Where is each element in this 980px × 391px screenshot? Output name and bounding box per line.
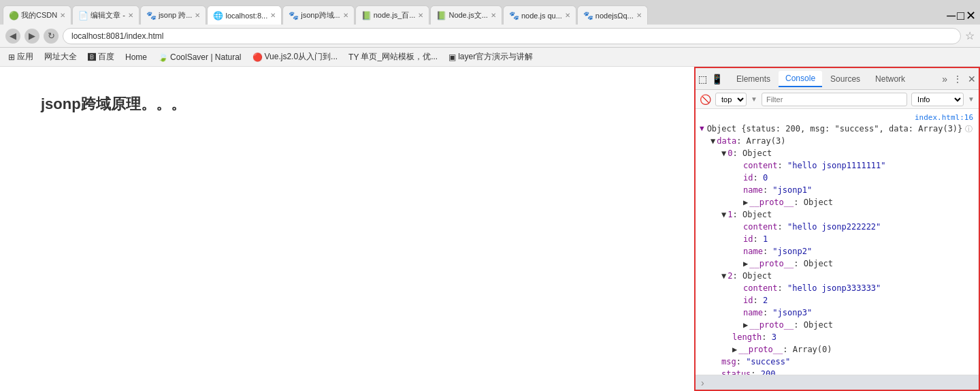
tab-csdn-favicon: 🟢	[9, 11, 18, 20]
tree-0-proto-toggle[interactable]: ▶	[743, 196, 748, 208]
log-level-select[interactable]: Info Verbose Warnings Errors	[911, 93, 964, 106]
tree-1-proto-toggle[interactable]: ▶	[743, 257, 748, 270]
tab-nodejs1-close[interactable]: ✕	[418, 12, 423, 19]
tree-2-toggle[interactable]: ▼	[721, 270, 726, 282]
tab-edit[interactable]: 📄 编辑文章 - ✕	[72, 5, 140, 25]
tree-2-row: ▼ 2 : Object	[700, 270, 975, 282]
tab-csdn[interactable]: 🟢 我的CSDN ✕	[3, 5, 71, 25]
tab-localhost-label: localhost:8...	[225, 12, 267, 20]
bookmark-coolsaver[interactable]: 🍃 CoolSaver | Natural	[155, 51, 244, 63]
inspect-icon[interactable]: ⬚	[698, 74, 707, 84]
tab-jsonp2[interactable]: 🐾 jsonp跨域... ✕	[282, 5, 354, 25]
tree-1-proto-row: ▶ __proto__ : Object	[700, 257, 975, 270]
tree-0-toggle[interactable]: ▼	[721, 147, 726, 159]
object-expand-toggle[interactable]: ▼	[700, 124, 704, 133]
tab-jsonp1-close[interactable]: ✕	[195, 12, 200, 19]
console-output[interactable]: index.html:16 ▼ Object {status: 200, msg…	[696, 109, 979, 375]
tab-edit-close[interactable]: ✕	[128, 12, 133, 19]
object-summary-line: ▼ Object {status: 200, msg: "success", d…	[696, 123, 979, 135]
bookmarks-bar: ⊞ 应用 网址大全 🅱 百度 Home 🍃 CoolSaver | Natura…	[0, 48, 980, 67]
devtools-more-icon[interactable]: »	[942, 74, 947, 84]
bookmark-template[interactable]: TY 单页_网站模板，优...	[346, 50, 440, 64]
devtools-tab-console[interactable]: Console	[779, 71, 822, 87]
bookmark-layer-label: layer官方演示与讲解	[458, 51, 533, 63]
console-toolbar: 🚫 top ▼ Info Verbose Warnings Errors ▼	[696, 90, 979, 109]
bookmark-webdaquan-label: 网址大全	[44, 51, 77, 63]
tree-data-toggle[interactable]: ▼	[710, 135, 715, 147]
devtools-tab-network[interactable]: Network	[868, 72, 912, 87]
tree-0-proto-row: ▶ __proto__ : Object	[700, 196, 975, 208]
bookmark-star[interactable]: ☆	[965, 29, 975, 42]
tab-csdn-label: 我的CSDN	[21, 10, 57, 20]
bookmark-baidu[interactable]: 🅱 百度	[85, 50, 117, 64]
tree-2-proto-toggle[interactable]: ▶	[743, 319, 748, 331]
devtools-settings-icon[interactable]: ⋮	[953, 74, 962, 84]
bookmark-apps-label: 应用	[17, 51, 33, 63]
address-input[interactable]	[63, 28, 961, 44]
tree-1-name-row: name : "jsonp2"	[700, 245, 975, 257]
context-select[interactable]: top	[715, 93, 747, 106]
devtools-tab-elements[interactable]: Elements	[730, 72, 777, 87]
tree-data-proto-toggle[interactable]: ▶	[732, 343, 737, 356]
tab-csdn-close[interactable]: ✕	[60, 12, 65, 19]
tree-1-row: ▼ 1 : Object	[700, 208, 975, 221]
devtools-close-icon[interactable]: ✕	[968, 74, 976, 84]
tab-jsonp1-favicon: 🐾	[146, 11, 156, 20]
context-chevron-icon[interactable]: ▼	[751, 95, 757, 103]
tab-nodejs2-close[interactable]: ✕	[491, 12, 496, 19]
maximize-btn[interactable]: □	[957, 9, 964, 23]
minimize-btn[interactable]: ─	[947, 9, 956, 23]
log-level-chevron-icon[interactable]: ▼	[968, 95, 975, 103]
tab-localhost-close[interactable]: ✕	[270, 12, 276, 19]
bookmark-vue[interactable]: 🔴 Vue.js2.0从入门到...	[250, 50, 341, 64]
tab-nodejs3[interactable]: 🐾 node.js qu... ✕	[503, 5, 576, 25]
tab-nodejs2-favicon: 📗	[436, 11, 446, 20]
tab-nodejs1[interactable]: 📗 node.js_百... ✕	[355, 5, 430, 25]
close-btn[interactable]: ✕	[966, 8, 976, 23]
tab-nodejs4-close[interactable]: ✕	[636, 12, 642, 19]
tab-jsonp2-favicon: 🐾	[289, 11, 298, 20]
tree-2-content-row: content : "hello jsonp333333"	[700, 282, 975, 294]
filter-input[interactable]	[762, 93, 907, 106]
tab-nodejs4[interactable]: 🐾 nodejsΩq... ✕	[577, 5, 648, 25]
source-link[interactable]: index.html:16	[915, 113, 973, 122]
bookmark-layer[interactable]: ▣ layer官方演示与讲解	[446, 50, 536, 64]
forward-button[interactable]: ▶	[24, 29, 39, 44]
tab-nodejs3-label: node.js qu...	[521, 12, 562, 20]
tab-jsonp1[interactable]: 🐾 jsonp 跨... ✕	[140, 5, 207, 25]
browser-window: 🟢 我的CSDN ✕ 📄 编辑文章 - ✕ 🐾 jsonp 跨... ✕ 🌐 l…	[0, 0, 980, 391]
tree-0-id-row: id : 0	[700, 172, 975, 184]
reload-button[interactable]: ↻	[44, 29, 59, 44]
tab-nodejs3-close[interactable]: ✕	[565, 12, 570, 19]
tab-jsonp2-close[interactable]: ✕	[343, 12, 348, 19]
address-bar: ◀ ▶ ↻ ☆	[0, 25, 980, 48]
tree-2-id-row: id : 2	[700, 294, 975, 307]
object-copy-icon[interactable]: ⓘ	[965, 124, 973, 134]
back-button[interactable]: ◀	[5, 29, 20, 44]
bookmark-webdaquan[interactable]: 网址大全	[42, 50, 80, 64]
source-link-line: index.html:16	[696, 112, 979, 123]
page-title: jsonp跨域原理。。。	[41, 94, 653, 114]
bookmark-home[interactable]: Home	[122, 51, 150, 63]
tree-data-row: ▼ data : Array(3)	[700, 135, 975, 147]
bookmark-template-icon: TY	[348, 52, 359, 62]
tree-2-name-row: name : "jsonp3"	[700, 307, 975, 319]
tab-jsonp2-label: jsonp跨域...	[301, 10, 340, 20]
tree-1-toggle[interactable]: ▼	[721, 208, 726, 221]
tab-jsonp1-label: jsonp 跨...	[159, 10, 193, 20]
tree-0-content-row: content : "hello jsonp1111111"	[700, 159, 975, 172]
bookmark-baidu-icon: 🅱	[88, 52, 96, 62]
clear-console-icon[interactable]: 🚫	[700, 94, 711, 105]
device-icon[interactable]: 📱	[711, 74, 723, 84]
bookmark-apps[interactable]: ⊞ 应用	[5, 50, 36, 64]
tree-1-id-row: id : 1	[700, 233, 975, 245]
tree-length-row: length : 3	[700, 331, 975, 343]
bookmark-layer-icon: ▣	[448, 52, 456, 62]
devtools-tab-sources[interactable]: Sources	[823, 72, 867, 87]
tab-nodejs2[interactable]: 📗 Node.js文... ✕	[430, 5, 502, 25]
tree-data-proto-row: ▶ __proto__ : Array(0)	[700, 343, 975, 356]
tab-localhost[interactable]: 🌐 localhost:8... ✕	[207, 5, 282, 25]
tab-nodejs4-favicon: 🐾	[583, 11, 593, 20]
tabs-container: 🟢 我的CSDN ✕ 📄 编辑文章 - ✕ 🐾 jsonp 跨... ✕ 🌐 l…	[3, 0, 943, 25]
tab-nodejs3-favicon: 🐾	[509, 11, 519, 20]
